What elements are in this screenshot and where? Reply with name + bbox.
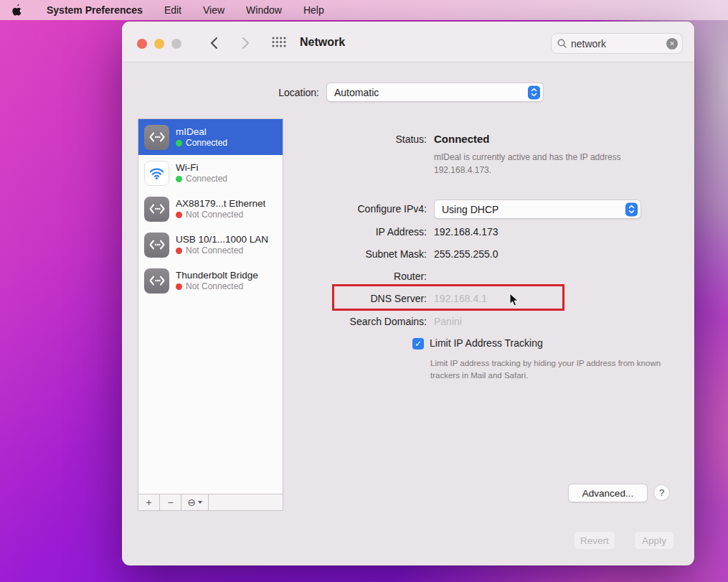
search-field[interactable]: ✕ xyxy=(551,33,683,54)
menu-bar: System Preferences Edit View Window Help xyxy=(0,0,728,20)
revert-button[interactable]: Revert xyxy=(574,531,615,550)
interfaces-sidebar: mIDeal Connected Wi-Fi Connected AX88179… xyxy=(138,118,283,511)
apple-logo-icon[interactable] xyxy=(11,4,22,17)
remove-interface-button[interactable]: − xyxy=(160,494,181,510)
clear-search-icon[interactable]: ✕ xyxy=(666,38,678,50)
advanced-button[interactable]: Advanced... xyxy=(568,484,648,502)
dns-server-value[interactable]: 192.168.4.1 xyxy=(434,293,487,304)
ethernet-icon xyxy=(144,197,169,222)
sidebar-item-usb-lan[interactable]: USB 10/1...1000 LAN Not Connected xyxy=(138,227,283,263)
limit-tracking-description: Limit IP address tracking by hiding your… xyxy=(430,357,671,382)
apply-button[interactable]: Apply xyxy=(634,531,674,550)
status-row: Status: Connected xyxy=(292,133,673,145)
back-button[interactable] xyxy=(206,34,222,52)
interface-action-menu-button[interactable]: ⊖ xyxy=(181,494,209,510)
dns-server-label: DNS Server: xyxy=(292,293,427,304)
location-value: Automatic xyxy=(334,87,379,98)
configure-ipv4-label: Configure IPv4: xyxy=(292,203,427,215)
router-label: Router: xyxy=(292,271,427,282)
popup-stepper-icon xyxy=(625,202,638,216)
search-input[interactable] xyxy=(571,38,666,50)
menu-item-window[interactable]: Window xyxy=(246,4,282,16)
configure-ipv4-popup[interactable]: Using DHCP xyxy=(434,200,641,219)
location-popup[interactable]: Automatic xyxy=(326,83,544,102)
status-description: mIDeal is currently active and has the I… xyxy=(434,151,660,177)
subnet-mask-value: 255.255.255.0 xyxy=(434,248,498,260)
interface-status: Not Connected xyxy=(186,245,243,255)
location-label: Location: xyxy=(122,87,319,98)
configure-ipv4-value: Using DHCP xyxy=(442,204,498,215)
search-domains-row: Search Domains: Panini xyxy=(292,316,673,327)
search-icon xyxy=(557,39,567,48)
status-dot-green xyxy=(176,176,182,182)
zoom-button[interactable] xyxy=(171,39,181,49)
minimize-button[interactable] xyxy=(154,39,164,49)
ip-address-row: IP Address: 192.168.4.173 xyxy=(292,226,673,238)
status-dot-red xyxy=(176,283,182,290)
limit-tracking-row: ✓ Limit IP Address Tracking xyxy=(412,337,671,349)
limit-tracking-label: Limit IP Address Tracking xyxy=(430,337,543,349)
limit-tracking-checkbox[interactable]: ✓ xyxy=(412,338,424,349)
dns-server-row: DNS Server: 192.168.4.1 xyxy=(292,293,673,304)
search-domains-value[interactable]: Panini xyxy=(434,316,462,327)
ip-address-label: IP Address: xyxy=(292,226,427,238)
ethernet-icon xyxy=(144,268,169,294)
show-all-grid-icon[interactable] xyxy=(272,37,286,50)
status-label: Status: xyxy=(292,133,427,145)
menu-item-edit[interactable]: Edit xyxy=(164,4,181,16)
interface-status: Connected xyxy=(186,138,227,148)
sidebar-item-ax88179-ethernet[interactable]: AX88179...t Ethernet Not Connected xyxy=(138,191,283,227)
interface-name: Thunderbolt Bridge xyxy=(176,270,258,281)
sidebar-item-thunderbolt-bridge[interactable]: Thunderbolt Bridge Not Connected xyxy=(138,263,283,299)
action-menu-icon: ⊖ xyxy=(187,497,196,508)
help-button[interactable]: ? xyxy=(653,484,670,501)
sidebar-toolbar: + − ⊖ xyxy=(138,494,283,511)
interface-status: Not Connected xyxy=(186,281,243,291)
menu-item-view[interactable]: View xyxy=(203,4,224,16)
popup-stepper-icon xyxy=(528,85,540,99)
ethernet-icon xyxy=(144,233,169,258)
menu-item-help[interactable]: Help xyxy=(303,4,324,16)
status-value: Connected xyxy=(434,133,490,145)
interface-name: mIDeal xyxy=(176,126,227,137)
sidebar-item-wifi[interactable]: Wi-Fi Connected xyxy=(138,155,283,191)
interface-name: AX88179...t Ethernet xyxy=(176,198,265,209)
interface-name: Wi-Fi xyxy=(176,162,227,173)
forward-button[interactable] xyxy=(237,34,253,52)
wifi-icon xyxy=(144,161,169,186)
close-button[interactable] xyxy=(137,39,147,49)
router-row: Router: xyxy=(292,271,673,282)
interface-status: Not Connected xyxy=(186,210,243,220)
subnet-mask-row: Subnet Mask: 255.255.255.0 xyxy=(292,248,673,260)
window-title: Network xyxy=(300,36,345,49)
network-preferences-window: Network ✕ Location: Automatic mIDeal Con… xyxy=(122,22,694,565)
status-dot-red xyxy=(176,212,182,218)
title-bar: Network ✕ xyxy=(122,22,694,62)
ip-address-value: 192.168.4.173 xyxy=(434,226,498,238)
chevron-down-icon xyxy=(198,501,202,504)
status-dot-green xyxy=(176,140,182,146)
ethernet-icon xyxy=(144,125,169,150)
subnet-mask-label: Subnet Mask: xyxy=(292,248,427,260)
menu-app-name[interactable]: System Preferences xyxy=(47,4,143,16)
sidebar-item-mideal[interactable]: mIDeal Connected xyxy=(138,119,283,155)
search-domains-label: Search Domains: xyxy=(292,316,427,327)
status-dot-red xyxy=(176,248,182,254)
interface-status: Connected xyxy=(186,174,227,184)
add-interface-button[interactable]: + xyxy=(138,494,160,510)
interface-name: USB 10/1...1000 LAN xyxy=(176,234,268,245)
